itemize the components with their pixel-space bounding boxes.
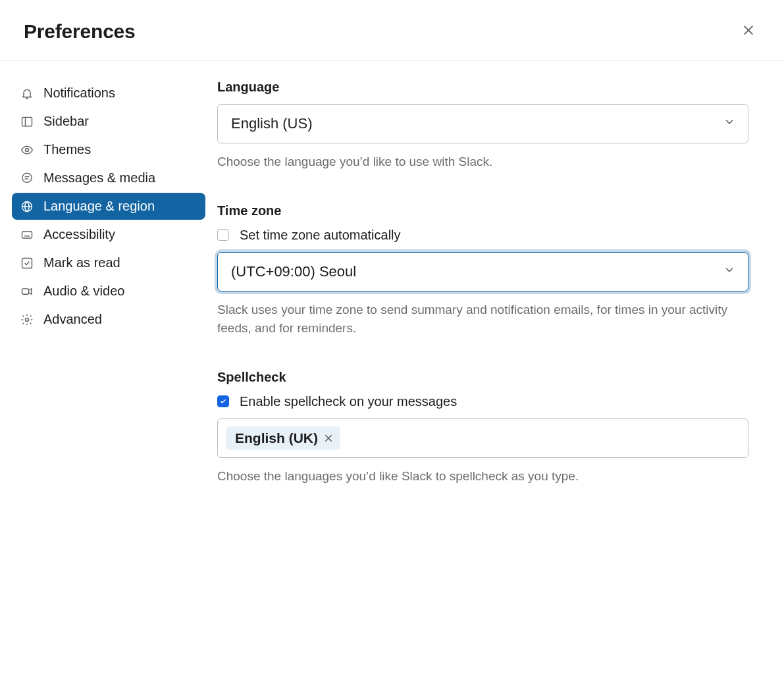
globe-icon [20,199,34,214]
language-select-value: English (US) [231,115,312,132]
sidebar-item-label: Audio & video [43,284,124,299]
language-section: Language English (US) Choose the languag… [217,80,748,172]
timezone-select[interactable]: (UTC+09:00) Seoul [217,252,748,291]
sidebar-item-label: Notifications [43,86,115,101]
sidebar-item-label: Advanced [43,312,102,327]
sidebar-item-label: Sidebar [43,114,89,129]
timezone-auto-label: Set time zone automatically [240,228,401,243]
spellcheck-title: Spellcheck [217,370,748,385]
tag-remove-button[interactable] [323,433,334,443]
timezone-select-value: (UTC+09:00) Seoul [231,263,356,280]
message-icon [20,171,34,186]
close-button[interactable] [737,20,760,43]
main-panel: Language English (US) Choose the languag… [217,80,784,517]
sidebar-icon [20,114,34,129]
timezone-auto-checkbox-row[interactable]: Set time zone automatically [217,228,748,243]
spellcheck-enable-label: Enable spellcheck on your messages [240,394,457,409]
chevron-down-icon [723,263,736,280]
sidebar-item-label: Messages & media [43,170,155,186]
video-icon [20,284,34,299]
sidebar-item-sidebar[interactable]: Sidebar [12,108,205,135]
keyboard-icon [20,228,34,242]
tag-label: English (UK) [235,430,318,446]
sidebar-item-accessibility[interactable]: Accessibility [12,221,205,248]
header: Preferences [0,0,784,61]
timezone-section: Time zone Set time zone automatically (U… [217,203,748,338]
language-title: Language [217,80,748,95]
sidebar-item-messages-media[interactable]: Messages & media [12,164,205,191]
gear-icon [20,313,34,327]
timezone-help: Slack uses your time zone to send summar… [217,301,748,338]
sidebar-item-notifications[interactable]: Notifications [12,80,205,107]
sidebar: Notifications Sidebar Themes Messages & … [0,80,217,517]
language-help: Choose the language you’d like to use wi… [217,153,748,172]
page-title: Preferences [24,20,136,43]
sidebar-item-mark-as-read[interactable]: Mark as read [12,249,205,276]
sidebar-item-themes[interactable]: Themes [12,136,205,163]
spellcheck-enable-checkbox[interactable] [217,395,229,407]
spellcheck-languages-input[interactable]: English (UK) [217,418,748,458]
bell-icon [20,86,34,101]
language-select[interactable]: English (US) [217,104,748,143]
spellcheck-language-tag: English (UK) [226,426,340,450]
sidebar-item-label: Accessibility [43,227,115,242]
sidebar-item-language-region[interactable]: Language & region [12,193,205,220]
spellcheck-section: Spellcheck Enable spellcheck on your mes… [217,370,748,486]
sidebar-item-label: Themes [43,142,91,157]
eye-icon [20,143,34,157]
timezone-title: Time zone [217,203,748,218]
check-square-icon [20,256,34,270]
sidebar-item-audio-video[interactable]: Audio & video [12,278,205,305]
spellcheck-help: Choose the languages you’d like Slack to… [217,467,748,486]
spellcheck-enable-checkbox-row[interactable]: Enable spellcheck on your messages [217,394,748,409]
close-icon [741,23,756,40]
sidebar-item-label: Mark as read [43,255,120,270]
sidebar-item-advanced[interactable]: Advanced [12,306,205,333]
timezone-auto-checkbox[interactable] [217,229,229,241]
sidebar-item-label: Language & region [43,199,155,214]
chevron-down-icon [723,115,736,132]
